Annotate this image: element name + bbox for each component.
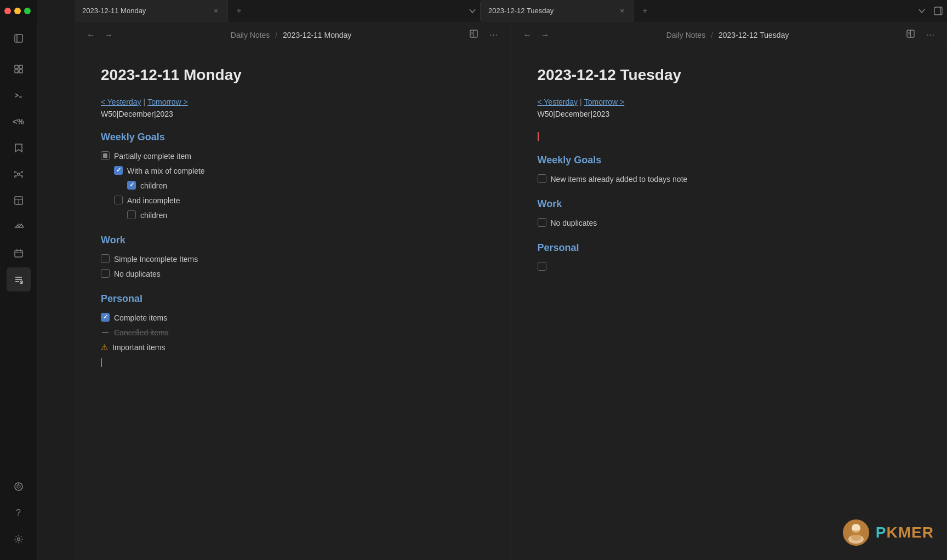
checkbox[interactable]	[101, 313, 110, 322]
note-monday: 2023-12-11 Monday < Yesterday | Tomorrow…	[75, 48, 511, 560]
link-yesterday-monday[interactable]: < Yesterday	[101, 98, 141, 106]
list-item: No duplicates	[538, 218, 921, 229]
svg-rect-33	[934, 7, 942, 15]
checkbox[interactable]	[114, 166, 123, 175]
tab-tuesday-label: 2023-12-12 Tuesday	[488, 7, 554, 15]
graph-icon[interactable]	[7, 162, 31, 186]
sidebar-toggle-right[interactable]	[929, 0, 947, 22]
svg-point-11	[21, 176, 22, 178]
sidebar-toggle-icon[interactable]	[7, 26, 31, 50]
list-item: — Cancelled items	[101, 327, 484, 339]
tab-dropdown-left[interactable]	[465, 0, 480, 22]
svg-line-15	[20, 175, 21, 176]
section-weekly-goals-monday: Weekly Goals	[101, 132, 484, 143]
book-icon-right[interactable]	[903, 27, 919, 43]
tab-add-left[interactable]: +	[228, 0, 250, 22]
more-icon-right[interactable]: ···	[923, 28, 938, 42]
tab-dropdown-right[interactable]	[914, 0, 929, 22]
breadcrumb-page-right: 2023-12-12 Tuesday	[718, 31, 789, 39]
vault-icon[interactable]	[7, 475, 31, 499]
link-december-monday[interactable]: December	[118, 110, 154, 118]
list-item: New items already added to todays note	[538, 174, 921, 185]
list-item: No duplicates	[101, 268, 484, 280]
section-work-monday: Work	[101, 235, 484, 246]
cursor-tuesday-top	[538, 132, 921, 141]
svg-point-32	[17, 538, 20, 541]
link-yesterday-tuesday[interactable]: < Yesterday	[538, 98, 578, 106]
tab-monday-close[interactable]: ×	[212, 7, 220, 15]
section-personal-tuesday: Personal	[538, 242, 921, 254]
svg-point-7	[18, 173, 20, 175]
checkbox[interactable]	[538, 174, 546, 183]
breadcrumb-right: Daily Notes / 2023-12-12 Tuesday	[558, 31, 897, 39]
checkbox[interactable]	[101, 151, 110, 160]
bookmark-icon[interactable]	[7, 136, 31, 160]
breadcrumb-left: Daily Notes / 2023-12-11 Monday	[122, 31, 460, 39]
cursor-monday	[101, 358, 484, 368]
list-item: Simple Incomplete Items	[101, 254, 484, 265]
forward-button-left[interactable]: →	[101, 28, 116, 42]
more-icon-left[interactable]: ···	[486, 28, 501, 42]
note-date-links-monday: W50 | December | 2023	[101, 110, 484, 118]
svg-point-10	[14, 176, 16, 178]
checkbox[interactable]	[127, 210, 136, 219]
settings-icon[interactable]	[7, 527, 31, 551]
svg-rect-3	[19, 65, 22, 68]
note-date-links-tuesday: W50 | December | 2023	[538, 110, 921, 118]
pkmer-logo	[842, 518, 870, 547]
svg-rect-5	[19, 70, 22, 73]
percent-icon[interactable]: <%	[7, 110, 31, 134]
right-pane: ← → Daily Notes / 2023-12-12 Tuesday	[511, 22, 948, 560]
svg-rect-0	[15, 35, 22, 42]
svg-point-9	[21, 172, 22, 173]
link-w50-tuesday[interactable]: W50	[538, 110, 554, 118]
table-icon[interactable]	[7, 188, 31, 213]
tab-add-right[interactable]: +	[634, 0, 656, 22]
tab-monday[interactable]: 2023-12-11 Monday ×	[75, 0, 228, 22]
tab-tuesday[interactable]: 2023-12-12 Tuesday ×	[481, 0, 634, 22]
link-2023-monday[interactable]: 2023	[156, 110, 173, 118]
svg-line-13	[20, 173, 21, 174]
calendar-icon[interactable]	[7, 241, 31, 265]
back-button-left[interactable]: ←	[83, 28, 99, 42]
checkbox[interactable]	[538, 262, 546, 271]
link-w50-monday[interactable]: W50	[101, 110, 117, 118]
list-item: Partially complete item	[101, 151, 484, 162]
book-icon-left[interactable]	[466, 27, 482, 43]
link-tomorrow-tuesday[interactable]: Tomorrow >	[584, 98, 625, 106]
plugin-icon[interactable]	[7, 215, 31, 239]
terminal-icon[interactable]	[7, 83, 31, 107]
list-item: Complete items	[101, 312, 484, 324]
note-title-monday: 2023-12-11 Monday	[101, 66, 484, 84]
link-tomorrow-monday[interactable]: Tomorrow >	[147, 98, 188, 106]
checkbox[interactable]	[114, 196, 123, 204]
forward-button-right[interactable]: →	[538, 28, 553, 42]
link-2023-tuesday[interactable]: 2023	[592, 110, 609, 118]
tab-monday-label: 2023-12-11 Monday	[82, 7, 146, 15]
left-toolbar: ← → Daily Notes / 2023-12-11 Monday	[75, 22, 511, 48]
left-pane: ← → Daily Notes / 2023-12-11 Monday	[75, 22, 511, 560]
traffic-light-green[interactable]	[24, 8, 31, 14]
list-item: children	[127, 180, 484, 192]
checkbox[interactable]	[127, 181, 136, 190]
breadcrumb-root-left: Daily Notes	[231, 31, 270, 39]
help-icon[interactable]: ?	[7, 501, 31, 525]
note-nav-links-monday: < Yesterday | Tomorrow >	[101, 98, 484, 106]
task-icon[interactable]	[7, 267, 31, 292]
traffic-light-red[interactable]	[4, 8, 11, 14]
link-december-tuesday[interactable]: December	[555, 110, 591, 118]
list-item: And incomplete	[114, 195, 484, 207]
dashboard-icon[interactable]	[7, 57, 31, 81]
svg-line-12	[16, 173, 18, 174]
note-title-tuesday: 2023-12-12 Tuesday	[538, 66, 921, 84]
traffic-light-yellow[interactable]	[14, 8, 21, 14]
checkbox[interactable]	[101, 269, 110, 278]
tab-tuesday-close[interactable]: ×	[618, 7, 626, 15]
svg-rect-2	[15, 65, 18, 68]
checkbox[interactable]	[538, 218, 546, 227]
dash-icon: —	[101, 328, 110, 336]
list-item	[538, 261, 921, 271]
back-button-right[interactable]: ←	[520, 28, 535, 42]
section-weekly-goals-tuesday: Weekly Goals	[538, 155, 921, 166]
checkbox[interactable]	[101, 254, 110, 263]
